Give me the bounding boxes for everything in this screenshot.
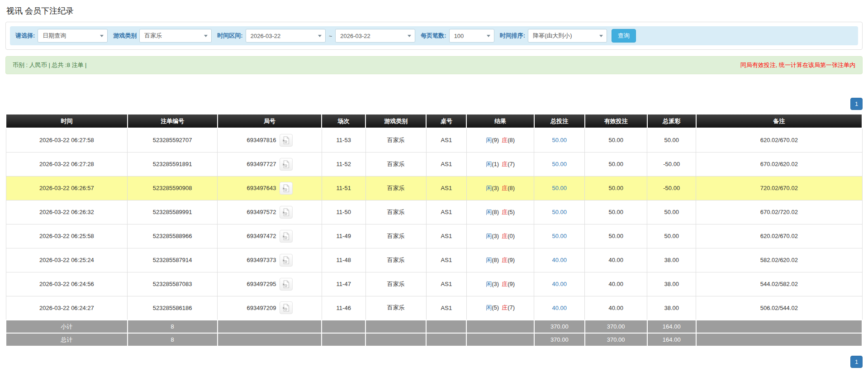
column-header-5: 桌号 bbox=[426, 114, 466, 128]
table-number: AS1 bbox=[426, 272, 466, 296]
banker-score: (5) bbox=[508, 209, 515, 215]
player-result: 闲 bbox=[486, 209, 492, 215]
total-bet-cell: 40.00 bbox=[534, 296, 585, 320]
date-to-select[interactable]: 2026-03-22 bbox=[335, 29, 415, 43]
total-bet-link[interactable]: 40.00 bbox=[552, 281, 567, 287]
table-row: 2026-03-22 06:27:58 523285592707 6934978… bbox=[6, 128, 862, 152]
video-record-button[interactable] bbox=[280, 301, 293, 314]
banker-score: (9) bbox=[508, 281, 515, 287]
game-type: 百家乐 bbox=[365, 176, 426, 200]
video-record-button[interactable] bbox=[280, 230, 293, 243]
game-type: 百家乐 bbox=[365, 200, 426, 224]
banker-score: (7) bbox=[508, 304, 515, 311]
player-score: (9) bbox=[492, 137, 499, 143]
page-1-button[interactable]: 1 bbox=[850, 98, 863, 110]
total-bet-link[interactable]: 50.00 bbox=[552, 233, 567, 239]
bet-id: 523285586186 bbox=[128, 296, 218, 320]
player-score: (3) bbox=[492, 233, 499, 239]
banker-result: 庄 bbox=[502, 281, 508, 287]
total-bet-link[interactable]: 50.00 bbox=[552, 209, 567, 215]
player-score: (1) bbox=[492, 161, 499, 167]
bet-time: 2026-03-22 06:24:27 bbox=[6, 296, 128, 320]
total-bet-link[interactable]: 50.00 bbox=[552, 137, 567, 143]
total-label: 总计 bbox=[6, 333, 128, 346]
remark: 544.02/582.02 bbox=[696, 272, 862, 296]
empty-cell bbox=[696, 333, 862, 346]
player-result: 闲 bbox=[486, 257, 492, 263]
round-id: 693497472 bbox=[247, 233, 276, 239]
column-header-3: 场次 bbox=[322, 114, 365, 128]
player-result: 闲 bbox=[486, 185, 492, 191]
video-record-button[interactable] bbox=[280, 278, 293, 291]
video-record-button[interactable] bbox=[280, 254, 293, 267]
bet-records-table: 时间注单编号局号场次游戏类别桌号结果总投注有效投注总派彩备注 2026-03-2… bbox=[5, 114, 863, 347]
banker-score: (8) bbox=[508, 185, 515, 191]
video-record-button[interactable] bbox=[280, 182, 293, 195]
valid-bet: 40.00 bbox=[585, 248, 647, 272]
column-header-10: 备注 bbox=[696, 114, 862, 128]
table-number: AS1 bbox=[426, 224, 466, 248]
chevron-down-icon bbox=[96, 29, 107, 42]
result-cell: 闲(3)庄(9) bbox=[466, 272, 534, 296]
valid-bet: 40.00 bbox=[585, 272, 647, 296]
bet-id: 523285591891 bbox=[128, 152, 218, 176]
bet-time: 2026-03-22 06:25:24 bbox=[6, 248, 128, 272]
filter-panel: 请选择: 日期查询 游戏类别 百家乐 时间区间: 2026-03-22 ~ 20… bbox=[5, 22, 863, 50]
column-header-0: 时间 bbox=[6, 114, 128, 128]
bet-time: 2026-03-22 06:26:32 bbox=[6, 200, 128, 224]
video-file-icon bbox=[283, 160, 289, 168]
session-number: 11-49 bbox=[322, 224, 365, 248]
pagination-bottom: 1 bbox=[5, 356, 863, 368]
empty-cell bbox=[466, 320, 534, 333]
total-bet-link[interactable]: 50.00 bbox=[552, 161, 567, 167]
table-body: 2026-03-22 06:27:58 523285592707 6934978… bbox=[6, 128, 862, 320]
result-cell: 闲(5)庄(7) bbox=[466, 296, 534, 320]
payout: 50.00 bbox=[647, 200, 696, 224]
bet-time: 2026-03-22 06:27:28 bbox=[6, 152, 128, 176]
per-page-select[interactable]: 100 bbox=[449, 29, 494, 43]
player-result: 闲 bbox=[486, 137, 492, 143]
valid-bet: 50.00 bbox=[585, 224, 647, 248]
page-1-button[interactable]: 1 bbox=[850, 356, 863, 368]
round-id: 693497572 bbox=[247, 209, 276, 215]
subtotal-count: 8 bbox=[128, 320, 218, 333]
total-bet-link[interactable]: 40.00 bbox=[552, 305, 567, 311]
video-record-button[interactable] bbox=[280, 134, 293, 147]
total-bet-link[interactable]: 40.00 bbox=[552, 257, 567, 263]
per-page-value: 100 bbox=[450, 33, 483, 39]
video-record-button[interactable] bbox=[280, 206, 293, 219]
sort-select[interactable]: 降幂(由大到小) bbox=[528, 29, 607, 43]
query-type-select[interactable]: 日期查询 bbox=[38, 29, 108, 43]
round-id: 693497209 bbox=[247, 305, 276, 311]
round-id: 693497295 bbox=[247, 281, 276, 287]
table-row: 2026-03-22 06:24:56 523285587083 6934972… bbox=[6, 272, 862, 296]
total-bet-cell: 40.00 bbox=[534, 272, 585, 296]
empty-cell bbox=[466, 333, 534, 346]
bet-time: 2026-03-22 06:27:58 bbox=[6, 128, 128, 152]
game-type-select[interactable]: 百家乐 bbox=[139, 29, 212, 43]
result-cell: 闲(3)庄(8) bbox=[466, 176, 534, 200]
result-cell: 闲(3)庄(0) bbox=[466, 224, 534, 248]
total-bet-cell: 50.00 bbox=[534, 200, 585, 224]
empty-cell bbox=[218, 333, 322, 346]
table-number: AS1 bbox=[426, 296, 466, 320]
bet-id: 523285587914 bbox=[128, 248, 218, 272]
column-header-9: 总派彩 bbox=[647, 114, 696, 128]
table-row: 2026-03-22 06:24:27 523285586186 6934972… bbox=[6, 296, 862, 320]
per-page-label: 每页笔数: bbox=[421, 32, 446, 40]
date-from-select[interactable]: 2026-03-22 bbox=[246, 29, 326, 43]
table-number: AS1 bbox=[426, 152, 466, 176]
chevron-down-icon bbox=[596, 29, 607, 42]
session-number: 11-47 bbox=[322, 272, 365, 296]
column-header-7: 总投注 bbox=[534, 114, 585, 128]
total-bet-link[interactable]: 50.00 bbox=[552, 185, 567, 191]
round-cell: 693497727 bbox=[218, 152, 322, 176]
filter-bar: 请选择: 日期查询 游戏类别 百家乐 时间区间: 2026-03-22 ~ 20… bbox=[10, 26, 858, 45]
query-button[interactable]: 查询 bbox=[612, 29, 636, 43]
page-title: 视讯 会员下注纪录 bbox=[6, 5, 863, 16]
video-record-button[interactable] bbox=[280, 158, 293, 171]
column-header-1: 注单编号 bbox=[128, 114, 218, 128]
game-type-label: 游戏类别 bbox=[113, 32, 137, 40]
player-result: 闲 bbox=[486, 161, 492, 167]
table-row: 2026-03-22 06:25:58 523285588966 6934974… bbox=[6, 224, 862, 248]
